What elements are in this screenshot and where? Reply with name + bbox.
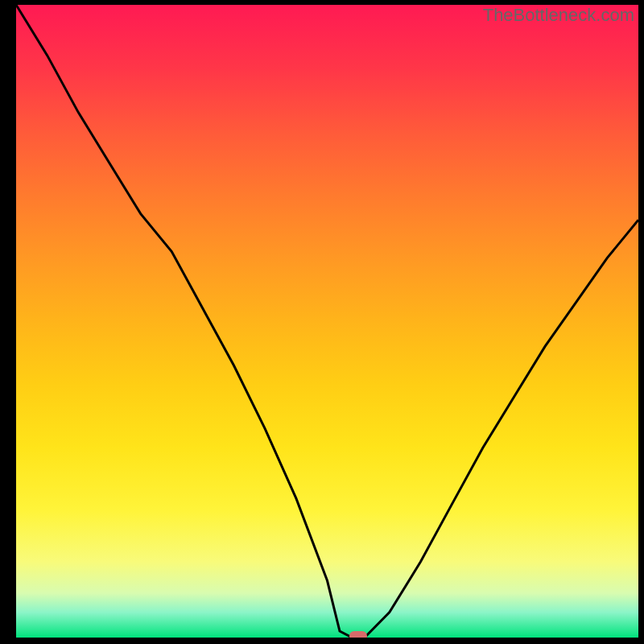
optimal-point-marker (349, 631, 367, 638)
watermark-text: TheBottleneck.com (483, 5, 634, 26)
chart-plot-area (16, 5, 638, 638)
bottleneck-curve (16, 5, 638, 638)
